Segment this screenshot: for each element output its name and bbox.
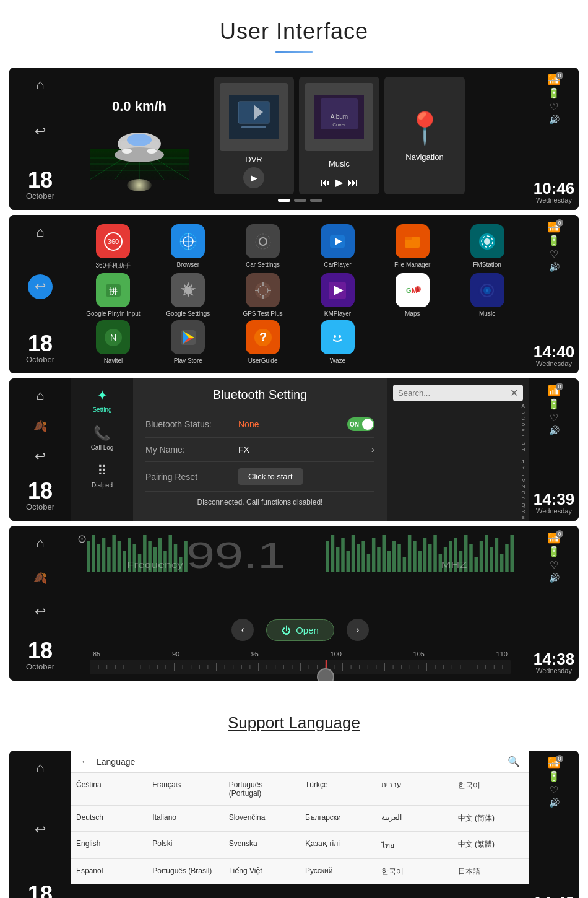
back-icon-4[interactable]: ↩ xyxy=(35,604,46,620)
page-dots xyxy=(278,196,322,205)
alpha-R[interactable]: R xyxy=(521,508,526,514)
next-btn[interactable]: ⏭ xyxy=(348,177,358,188)
lang-vietnamese[interactable]: Tiếng Việt xyxy=(224,859,300,884)
app-waze[interactable]: Waze xyxy=(302,320,374,364)
lang-zh-cn[interactable]: 中文 (简体) xyxy=(453,806,529,832)
lang-bg[interactable]: Български xyxy=(300,806,376,832)
back-icon-3[interactable]: ↩ xyxy=(35,448,46,464)
lang-svenska[interactable]: Svenska xyxy=(224,832,300,859)
lang-english[interactable]: English xyxy=(71,832,147,859)
alpha-C[interactable]: C xyxy=(521,416,526,421)
home-icon-4[interactable]: ⌂ xyxy=(36,535,44,551)
app-maps[interactable]: GM Maps xyxy=(376,273,448,317)
lang-arabic[interactable]: العربية xyxy=(376,806,452,832)
bt-search-clear[interactable]: ✕ xyxy=(510,387,518,399)
svg-rect-169 xyxy=(435,665,436,669)
radio-next-btn[interactable]: › xyxy=(347,619,369,641)
lang-polski[interactable]: Polski xyxy=(147,832,223,859)
svg-text:Frequency: Frequency xyxy=(127,560,184,570)
app-carsettings[interactable]: Car Settings xyxy=(227,224,299,270)
lang-deutsch[interactable]: Deutsch xyxy=(71,806,147,832)
lang-kazakh[interactable]: Қазақ тілі xyxy=(300,832,376,859)
radio-prev-btn[interactable]: ‹ xyxy=(231,619,254,641)
app-googlesettings[interactable]: Google Settings xyxy=(152,273,224,317)
bt-toggle[interactable]: ON xyxy=(347,417,374,431)
lang-cestina[interactable]: Čeština xyxy=(71,773,147,806)
app-music[interactable]: Music xyxy=(451,273,523,317)
music-card[interactable]: Album Cover Music ⏮ ▶ ⏭ xyxy=(299,77,379,194)
music-play-btn[interactable]: ▶ xyxy=(335,177,343,188)
app-userguide[interactable]: ? UserGuide xyxy=(227,320,299,364)
app-360[interactable]: 360 360手机助手 xyxy=(77,224,149,270)
app-browser[interactable]: Browser xyxy=(152,224,224,270)
app-carplayer[interactable]: CarPlayer xyxy=(302,224,374,270)
back-icon-2[interactable]: ↩ xyxy=(28,274,53,299)
radio-open-btn[interactable]: ⏻ Open xyxy=(266,619,334,641)
lang-korean-2[interactable]: 한국어 xyxy=(376,859,452,884)
home-icon-2[interactable]: ⌂ xyxy=(36,224,44,240)
lang-francais[interactable]: Français xyxy=(147,773,223,806)
lang-russian[interactable]: Русский xyxy=(300,859,376,884)
navigation-card[interactable]: 📍 Navigation xyxy=(384,77,465,194)
alpha-E[interactable]: E xyxy=(521,428,526,434)
bt-reset-btn[interactable]: Click to start xyxy=(238,468,303,485)
lang-japanese[interactable]: 日本語 xyxy=(453,859,529,884)
svg-point-13 xyxy=(147,149,157,154)
bt-setting-item[interactable]: ✦ Setting xyxy=(92,388,111,413)
bt-dialpad-item[interactable]: ⠿ Dialpad xyxy=(92,463,113,489)
back-icon-5[interactable]: ↩ xyxy=(35,822,46,838)
alpha-S[interactable]: S xyxy=(521,515,526,520)
bt-calllog-item[interactable]: 📞 Call Log xyxy=(91,425,114,451)
home-icon-5[interactable]: ⌂ xyxy=(36,760,44,776)
volume-icon-2: 🔊 xyxy=(549,262,560,272)
app-googlepinyin[interactable]: 拼 Google Pinyin Input xyxy=(77,273,149,317)
lang-italiano[interactable]: Italiano xyxy=(147,806,223,832)
lang-pt-br[interactable]: Português (Brasil) xyxy=(147,859,223,884)
app-gpstestplus[interactable]: GPS Test Plus xyxy=(227,273,299,317)
app-filemanager[interactable]: File Manager xyxy=(376,224,448,270)
prev-btn[interactable]: ⏮ xyxy=(321,177,331,188)
lang-turkce[interactable]: Türkçe xyxy=(300,773,376,806)
alpha-B[interactable]: B xyxy=(521,409,526,415)
svg-rect-158 xyxy=(342,663,343,671)
alpha-H[interactable]: H xyxy=(521,447,526,452)
scale-thumb[interactable] xyxy=(317,668,334,681)
dvr-card[interactable]: DVR ▶ xyxy=(214,77,294,194)
lang-search-icon[interactable]: 🔍 xyxy=(508,756,520,767)
svg-rect-96 xyxy=(361,541,365,572)
home-icon-1[interactable]: ⌂ xyxy=(36,77,44,93)
bt-search-input[interactable] xyxy=(398,388,510,398)
alpha-D[interactable]: D xyxy=(521,422,526,427)
date-month-1: October xyxy=(26,191,54,201)
back-icon-1[interactable]: ↩ xyxy=(35,123,46,139)
volume-icon-4: 🔊 xyxy=(549,573,560,583)
lang-pt-pt[interactable]: Português (Portugal) xyxy=(224,773,300,806)
alpha-N[interactable]: N xyxy=(521,484,526,489)
bt-name-arrow[interactable]: › xyxy=(371,444,374,455)
app-kmplayer[interactable]: KMPlayer xyxy=(302,273,374,317)
alpha-Q[interactable]: Q xyxy=(521,502,526,508)
alpha-A[interactable]: A xyxy=(521,403,526,409)
alpha-L[interactable]: L xyxy=(521,471,526,477)
app-playstore[interactable]: Play Store xyxy=(152,320,224,364)
alpha-J[interactable]: J xyxy=(521,459,526,464)
alpha-O[interactable]: O xyxy=(521,490,526,495)
alpha-F[interactable]: F xyxy=(521,434,526,440)
lang-slovenčina[interactable]: Slovenčina xyxy=(224,806,300,832)
app-navitel[interactable]: N Navitel xyxy=(77,320,149,364)
alpha-I[interactable]: I xyxy=(521,453,526,458)
alpha-K[interactable]: K xyxy=(521,465,526,471)
lang-thai[interactable]: ไทย xyxy=(376,832,452,859)
lang-back-icon[interactable]: ← xyxy=(80,756,90,767)
lang-hebrew[interactable]: עברית xyxy=(376,773,452,806)
home-icon-3[interactable]: ⌂ xyxy=(36,388,44,404)
svg-rect-90 xyxy=(331,535,335,572)
dvr-play-btn[interactable]: ▶ xyxy=(243,167,264,188)
app-fmstation[interactable]: FMStation xyxy=(451,224,523,270)
alpha-G[interactable]: G xyxy=(521,440,526,446)
lang-espanol[interactable]: Español xyxy=(71,859,147,884)
lang-zh-tw[interactable]: 中文 (繁體) xyxy=(453,832,529,859)
alpha-M[interactable]: M xyxy=(521,477,526,483)
alpha-P[interactable]: P xyxy=(521,496,526,502)
lang-korean-1[interactable]: 한국어 xyxy=(453,773,529,806)
